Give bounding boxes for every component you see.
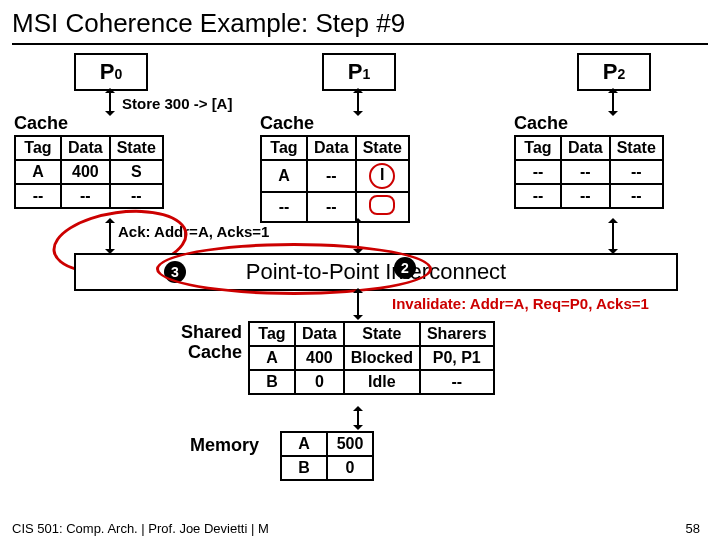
arrow-p1-cache: [357, 89, 359, 115]
memory-table: A500 B0: [280, 431, 374, 481]
arrow-ic-shared: [357, 289, 359, 319]
arrow-c0-ic: [109, 219, 111, 253]
store-label: Store 300 -> [A]: [122, 95, 232, 112]
arrow-c2-ic: [612, 219, 614, 253]
p2-cache-table: TagDataState ------ ------: [514, 135, 664, 209]
ack-label: Ack: Addr=A, Acks=1: [118, 223, 269, 240]
cache-label-2: Cache: [514, 113, 568, 134]
cache-label-1: Cache: [260, 113, 314, 134]
arrow-c1-ic: [357, 219, 359, 253]
diagram-stage: P0 P1 P2 Store 300 -> [A] Cache Cache Ca…: [12, 51, 708, 511]
arrow-p2-cache: [612, 89, 614, 115]
step-3-badge: 3: [164, 261, 186, 283]
p0-cache-table: TagDataState A400S ------: [14, 135, 164, 209]
invalidate-label: Invalidate: Addr=A, Req=P0, Acks=1: [392, 295, 649, 312]
p1-state-empty: [369, 195, 395, 215]
arrow-shared-mem: [357, 407, 359, 429]
footer-text: CIS 501: Comp. Arch. | Prof. Joe Deviett…: [12, 521, 269, 536]
memory-label: Memory: [190, 435, 259, 456]
shared-cache-table: TagData StateSharers A400 BlockedP0, P1 …: [248, 321, 495, 395]
step-2-badge: 2: [394, 257, 416, 279]
arrow-p0-cache: [109, 89, 111, 115]
p1-state-I: I: [356, 160, 409, 192]
cache-label-0: Cache: [14, 113, 68, 134]
slide-number: 58: [686, 521, 700, 536]
shared-cache-label: Shared Cache: [164, 323, 242, 363]
slide-title: MSI Coherence Example: Step #9: [12, 8, 708, 45]
p1-cache-table: TagDataState A -- I -- --: [260, 135, 410, 223]
